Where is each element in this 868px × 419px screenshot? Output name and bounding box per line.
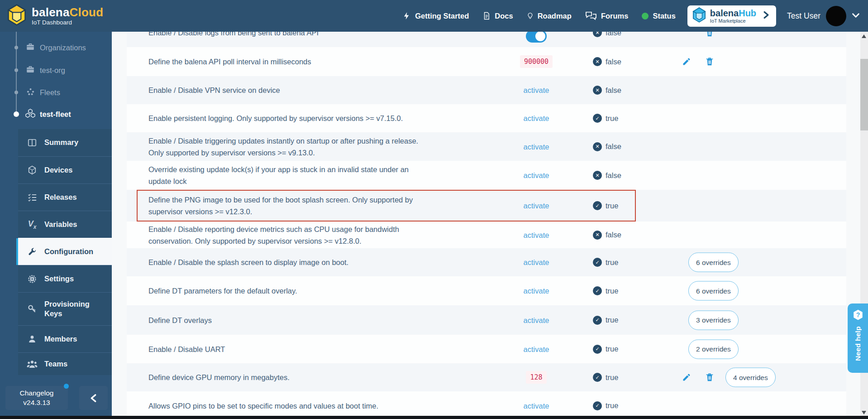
status-label: true [606, 202, 618, 210]
config-value-cell: activate [509, 86, 563, 95]
activate-link[interactable]: activate [524, 345, 549, 353]
config-description: Enable / Disable logs from being sent to… [148, 32, 510, 39]
activate-link[interactable]: activate [524, 287, 549, 295]
fleet-submenu: SummaryDevicesReleasesVxVariablesConfigu… [18, 129, 112, 375]
config-value[interactable]: 128 [526, 371, 546, 384]
activate-link[interactable]: activate [524, 202, 549, 210]
delete-trash-icon[interactable] [704, 32, 715, 39]
activate-link[interactable]: activate [524, 171, 549, 180]
config-value-cell: activate [509, 345, 563, 353]
sidebar-item-provisioning-keys[interactable]: Provisioning Keys [18, 292, 112, 325]
config-row: Define DT overlaysactivate✓true3 overrid… [127, 305, 846, 335]
edit-pencil-icon[interactable] [681, 371, 692, 383]
status-badge: ✓true [593, 401, 618, 410]
config-value-cell: activate [509, 231, 563, 239]
sidebar-item-releases[interactable]: Releases [18, 183, 112, 211]
chevron-down-icon [852, 12, 860, 20]
tree-label: test-fleet [40, 110, 71, 119]
overrides-button[interactable]: 6 overrides [688, 281, 739, 301]
activate-link[interactable]: activate [524, 231, 549, 239]
activate-link[interactable]: activate [524, 86, 549, 95]
sidebar: Organizationstest-orgFleetstest-fleet Su… [0, 32, 112, 419]
sidebar-item-configuration[interactable]: Configuration [18, 238, 112, 265]
status-badge: ✓true [593, 114, 618, 123]
status-badge: ✕false [593, 32, 621, 37]
sidebar-collapse-button[interactable] [79, 386, 108, 410]
config-value[interactable]: 900000 [520, 55, 553, 68]
cube-icon [26, 165, 38, 175]
svg-text:?: ? [856, 311, 860, 318]
x-circle-icon: ✕ [593, 86, 602, 95]
status-label: true [606, 373, 618, 382]
edit-pencil-icon[interactable] [681, 56, 692, 67]
sidebar-item-settings[interactable]: Settings [18, 265, 112, 292]
sidebar-item-variables[interactable]: VxVariables [18, 211, 112, 238]
balena-hub-button[interactable]: balenaHub IoT Marketplace [687, 5, 776, 27]
menu-label: Devices [44, 165, 108, 175]
toggle-switch-on[interactable] [526, 32, 547, 43]
sidebar-item-organizations[interactable]: Organizations [0, 38, 112, 58]
nav-status[interactable]: Status [642, 12, 675, 20]
activate-link[interactable]: activate [524, 316, 549, 324]
nav-docs[interactable]: Docs [482, 11, 513, 21]
x-circle-icon: ✕ [593, 57, 602, 66]
user-menu[interactable]: Test User [787, 6, 860, 26]
sidebar-item-test-fleet[interactable]: test-fleet [0, 104, 112, 124]
check-circle-icon: ✓ [593, 373, 602, 382]
nav-forums[interactable]: Forums [585, 11, 629, 21]
header-nav: Getting StartedDocsRoadmapForumsStatus [402, 11, 676, 21]
balena-cloud-logo[interactable]: balenaCloud IoT Dashboard [6, 4, 103, 28]
config-description: Define the PNG image to be used for the … [148, 194, 510, 217]
activate-link[interactable]: activate [524, 401, 549, 410]
overrides-button[interactable]: 2 overrides [688, 339, 739, 359]
top-header: balenaCloud IoT Dashboard Getting Starte… [0, 0, 868, 32]
hub-cube-icon [692, 7, 706, 24]
sidebar-item-teams[interactable]: Teams [18, 352, 112, 375]
activate-link[interactable]: activate [524, 114, 549, 123]
status-label: false [606, 171, 621, 180]
scroll-up-arrow[interactable] [862, 34, 866, 38]
status-badge: ✓true [593, 258, 618, 267]
lightbulb-icon [527, 11, 534, 21]
tree-label: test-org [40, 66, 65, 75]
config-description: Define DT overlays [148, 314, 510, 326]
sidebar-item-summary[interactable]: Summary [18, 129, 112, 156]
briefcase-icon [25, 65, 35, 75]
nav-getting-started[interactable]: Getting Started [402, 11, 469, 21]
sidebar-item-fleets[interactable]: Fleets [0, 82, 112, 102]
overrides-button[interactable]: 3 overrides [688, 310, 739, 330]
config-description: Override existing update lock(s) if your… [148, 164, 510, 187]
columns-icon [26, 139, 38, 147]
config-value-cell: activate [509, 258, 563, 267]
check-circle-icon: ✓ [593, 201, 602, 210]
activate-link[interactable]: activate [524, 258, 549, 267]
config-value-cell: 128 [509, 371, 563, 384]
nav-roadmap[interactable]: Roadmap [527, 11, 572, 21]
nav-label: Docs [495, 12, 513, 20]
activate-link[interactable]: activate [524, 142, 549, 151]
vx-icon: Vx [26, 219, 38, 230]
sidebar-item-members[interactable]: Members [18, 325, 112, 352]
status-badge: ✕false [593, 142, 621, 151]
sidebar-item-test-org[interactable]: test-org [0, 60, 112, 80]
scrollbar-thumb[interactable] [860, 59, 868, 130]
logo-wordmark: balenaCloud [32, 6, 103, 18]
fleet-icon [25, 87, 35, 98]
menu-label: Provisioning Keys [44, 299, 108, 319]
logo-subtitle: IoT Dashboard [32, 19, 103, 26]
config-description: Enable / Disable the splash screen to di… [148, 256, 510, 268]
scroll-down-arrow[interactable] [862, 411, 866, 414]
delete-trash-icon[interactable] [704, 56, 715, 67]
status-badge: ✓true [593, 345, 618, 354]
status-label: true [606, 345, 618, 353]
overrides-button[interactable]: 6 overrides [688, 253, 739, 272]
need-help-tab[interactable]: ? Need help [848, 303, 868, 373]
status-label: true [606, 401, 618, 410]
status-label: false [606, 86, 621, 95]
changelog-button[interactable]: Changelog v24.3.13 [5, 386, 68, 410]
sidebar-item-devices[interactable]: Devices [18, 156, 112, 183]
delete-trash-icon[interactable] [704, 371, 715, 383]
overrides-button[interactable]: 4 overrides [725, 368, 776, 387]
lightning-icon [402, 11, 411, 21]
check-circle-icon: ✓ [593, 401, 602, 410]
